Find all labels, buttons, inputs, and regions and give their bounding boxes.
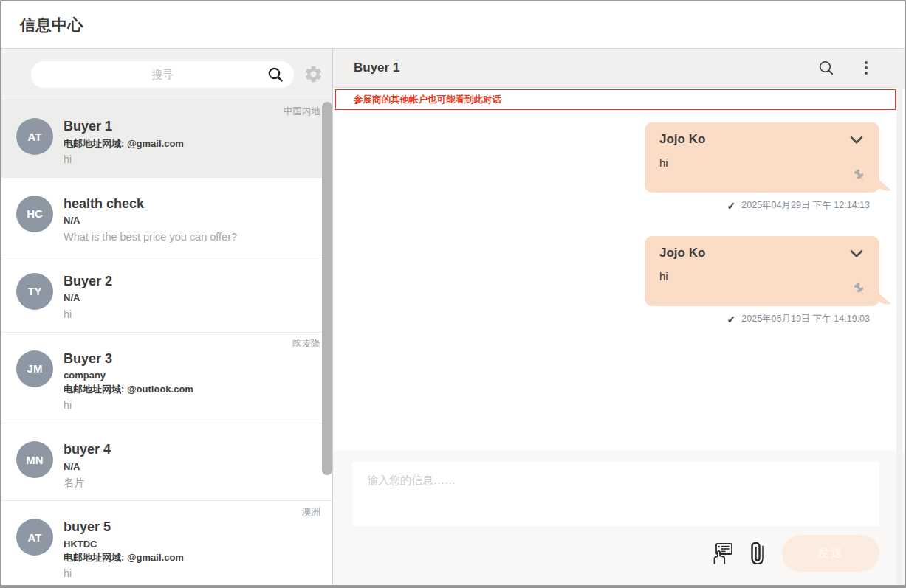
message-timestamp: 2025年05月19日 下午 14:19:03 — [741, 313, 870, 325]
conversation-item[interactable]: TY Buyer 2 N/Ahi — [1, 255, 332, 333]
composer: 发送 — [333, 451, 905, 585]
name-card-icon[interactable] — [710, 542, 733, 565]
conversation-name: Buyer 1 — [64, 118, 320, 135]
composer-actions: 发送 — [352, 526, 879, 585]
search-pill — [31, 61, 294, 88]
conversation-info-line: company — [64, 369, 320, 382]
message-bubble: Jojo Ko hi — [645, 236, 879, 306]
conversation-last-message: hi — [64, 307, 320, 322]
page-title: 信息中心 — [20, 15, 83, 35]
conversation-details: buyer 5 HKTDC电邮地址网域: @gmail.comhi — [64, 519, 320, 581]
sidebar-scrollbar-thumb[interactable] — [322, 102, 332, 475]
message-bubble: Jojo Ko hi — [645, 122, 879, 193]
conversation-region: 澳洲 — [302, 506, 320, 519]
conversation-name: health check — [64, 196, 320, 212]
conversation-details: Buyer 2 N/Ahi — [64, 273, 320, 322]
gear-icon[interactable] — [303, 64, 323, 84]
message-timestamp: 2025年04月29日 下午 12:14:13 — [741, 199, 870, 212]
kebab-menu-icon[interactable] — [862, 58, 871, 77]
conversation-item[interactable]: MN buyer 4 N/A名片 — [1, 423, 332, 501]
conversation-details: buyer 4 N/A名片 — [64, 441, 320, 490]
conversation-info-line: 电邮地址网域: @outlook.com — [64, 383, 320, 396]
message-sender: Jojo Ko — [659, 132, 705, 147]
chevron-down-icon[interactable] — [847, 244, 866, 266]
chat-search-icon[interactable] — [817, 59, 835, 77]
conversation-item[interactable]: HC health check N/AWhat is the best pric… — [1, 178, 332, 255]
search-input[interactable] — [31, 61, 294, 88]
conversation-name: Buyer 2 — [64, 273, 320, 290]
conversation-details: Buyer 3 company电邮地址网域: @outlook.comhi — [64, 350, 320, 412]
message-list: Jojo Ko hi — [333, 110, 905, 451]
conversation-details: Buyer 1 电邮地址网域: @gmail.comhi — [64, 118, 320, 167]
conversation-name: Buyer 3 — [64, 350, 320, 367]
chat-title: Buyer 1 — [354, 60, 817, 75]
visibility-notice-text: 参展商的其他帐户也可能看到此对话 — [354, 94, 501, 106]
conversation-info-line: N/A — [64, 291, 320, 305]
conversation-last-message: hi — [64, 152, 320, 167]
avatar: AT — [16, 519, 53, 556]
chevron-down-icon[interactable] — [847, 131, 866, 153]
chat-panel: Buyer 1 参展商的其他帐户也可能看到此对话 Jojo Ko — [333, 49, 905, 585]
send-button[interactable]: 发送 — [782, 535, 879, 572]
avatar: HC — [16, 196, 53, 232]
conversation-info-line: HKTDC — [64, 538, 320, 551]
conversation-item[interactable]: 中国内地 AT Buyer 1 电邮地址网域: @gmail.comhi — [1, 100, 332, 178]
message-meta: ✓ 2025年04月29日 下午 12:14:13 — [727, 199, 870, 212]
paperclip-icon[interactable] — [747, 542, 769, 564]
chat-header: Buyer 1 — [333, 49, 905, 88]
conversation-info-line: 电邮地址网域: @gmail.com — [64, 551, 320, 564]
conversation-info-line: 电邮地址网域: @gmail.com — [64, 137, 320, 151]
message-text: hi — [659, 156, 866, 169]
avatar: JM — [16, 350, 53, 387]
conversation-info-line: N/A — [64, 214, 320, 227]
conversation-list: 中国内地 AT Buyer 1 电邮地址网域: @gmail.comhi HC … — [1, 100, 332, 585]
message-text: hi — [659, 270, 866, 283]
message: Jojo Ko hi — [645, 122, 879, 236]
conversation-info-line: N/A — [64, 460, 320, 474]
message: Jojo Ko hi — [645, 236, 879, 350]
message-input[interactable] — [352, 462, 879, 526]
avatar: MN — [16, 441, 53, 478]
message-sender: Jojo Ko — [659, 246, 705, 260]
search-icon[interactable] — [267, 66, 284, 86]
sidebar-search-bar — [1, 49, 332, 100]
avatar: TY — [16, 273, 53, 310]
top-header: 信息中心 — [1, 1, 905, 49]
delivered-check-icon: ✓ — [727, 314, 736, 325]
conversation-name: buyer 5 — [64, 519, 320, 536]
conversation-last-message: 名片 — [64, 475, 320, 490]
message-center-app: 信息中心 — [0, 0, 906, 588]
conversation-name: buyer 4 — [64, 441, 320, 458]
conversation-last-message: hi — [64, 566, 320, 581]
main-layout: 中国内地 AT Buyer 1 电邮地址网域: @gmail.comhi HC … — [1, 49, 905, 585]
conversation-last-message: What is the best price you can offer? — [64, 229, 320, 244]
pushpin-icon — [851, 281, 869, 302]
delivered-check-icon: ✓ — [727, 200, 736, 212]
message-meta: ✓ 2025年05月19日 下午 14:19:03 — [727, 313, 870, 325]
pushpin-icon — [851, 167, 869, 188]
conversation-details: health check N/AWhat is the best price y… — [64, 196, 320, 244]
conversation-region: 中国内地 — [284, 106, 320, 118]
bubble-tail — [876, 177, 892, 195]
conversation-item[interactable]: 喀麦隆 JM Buyer 3 company电邮地址网域: @outlook.c… — [1, 333, 332, 423]
conversation-last-message: hi — [64, 398, 320, 412]
conversation-item[interactable]: 澳洲 AT buyer 5 HKTDC电邮地址网域: @gmail.comhi — [1, 501, 332, 585]
chat-scrollbar-track — [896, 49, 902, 585]
conversation-region: 喀麦隆 — [293, 338, 321, 350]
conversation-sidebar: 中国内地 AT Buyer 1 电邮地址网域: @gmail.comhi HC … — [1, 49, 333, 585]
avatar: AT — [16, 118, 53, 155]
bubble-tail — [876, 291, 892, 308]
visibility-notice: 参展商的其他帐户也可能看到此对话 — [335, 89, 896, 110]
